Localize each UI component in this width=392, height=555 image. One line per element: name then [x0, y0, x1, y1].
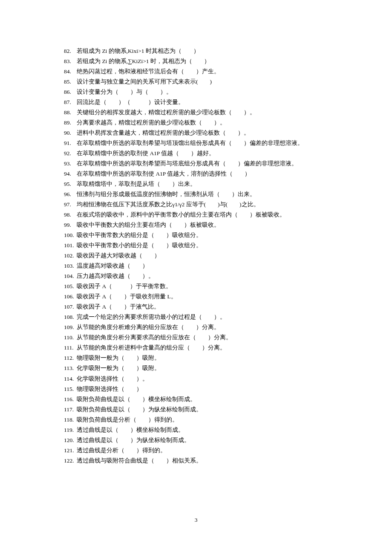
question-text: 回流比是（ ）（ ）设计变量。 — [77, 99, 184, 105]
question-text: 化学吸附选择性（ ）。 — [77, 376, 148, 382]
question-item: 118.吸附负荷曲线是分析（ ）得到的。 — [64, 415, 341, 425]
question-number: 90. — [64, 128, 77, 138]
question-number: 112. — [64, 353, 77, 363]
question-item: 96.恒沸剂与组分形成最低温度的恒沸物时，恒沸剂从塔（ ）出来。 — [64, 189, 341, 199]
question-item: 102.吸收因子越大对吸收越（ ） — [64, 251, 341, 261]
question-text: 萃取精馏塔中，萃取剂是从塔（ ）出来。 — [77, 181, 196, 187]
question-number: 85. — [64, 77, 77, 87]
question-item: 100.吸收中平衡常数大的组分是（ ）吸收组分。 — [64, 230, 341, 240]
question-text: 吸附负荷曲线是分析（ ）得到的。 — [77, 416, 178, 423]
question-item: 108.完成一个给定的分离要求所需功最小的过程是（ ）。 — [64, 312, 341, 322]
question-text: 在萃取精馏中所选的萃取剂希望而与塔底组分形成具有（ ）偏差的非理想溶液。 — [77, 160, 297, 167]
question-item: 92.在萃取精馏中所选的取剂使 A1P 值越（ ）越好。 — [64, 148, 341, 159]
question-text: 均相恒沸物在低压下其活度系数之比γ1/γ2 应等于( )与( )之比。 — [77, 201, 259, 208]
question-item: 91.在萃取精馏中所选的萃取剂希望与塔顶馏出组份形成具有（ ）偏差的非理想溶液。 — [64, 138, 341, 148]
question-text: 关键组分的相挥发度越大，精馏过程所需的最少理论板数（ ）。 — [77, 109, 256, 116]
question-item: 89.分离要求越高，精馏过程所需的最少理论板数（ ）。 — [64, 118, 341, 128]
question-item: 109.从节能的角度分析难分离的组分应放在（ ）分离。 — [64, 322, 341, 332]
question-number: 110. — [64, 332, 77, 343]
question-text: 在萃取精馏中所选的萃取剂希望与塔顶馏出组份形成具有（ ）偏差的非理想溶液。 — [77, 140, 303, 146]
question-number: 97. — [64, 199, 77, 210]
question-item: 87.回流比是（ ）（ ）设计变量。 — [64, 97, 341, 107]
question-item: 94.在萃取精馏中所选的萃取剂使 A1P 值越大，溶剂的选择性（ ） — [64, 169, 341, 179]
question-number: 101. — [64, 240, 77, 251]
question-number: 89. — [64, 118, 77, 128]
question-number: 92. — [64, 148, 77, 159]
question-item: 110.从节能的角度分析分离要求高的组分应放在（ ）分离。 — [64, 332, 341, 343]
question-number: 116. — [64, 394, 77, 405]
question-text: 温度越高对吸收越（ ） — [77, 263, 148, 269]
question-text: 化学吸附一般为（ ）吸附。 — [77, 365, 160, 371]
question-number: 117. — [64, 405, 77, 415]
question-number: 119. — [64, 425, 77, 435]
question-number: 111. — [64, 343, 77, 353]
question-item: 119.透过曲线是以（ ）横坐标绘制而成。 — [64, 425, 341, 435]
question-item: 98.在板式塔的吸收中，原料中的平衡常数小的组分主要在塔内（ ）板被吸收。 — [64, 210, 341, 220]
question-text: 进料中易挥发含量越大，精馏过程所需的最少理论板数（ ）。 — [77, 130, 250, 136]
question-number: 114. — [64, 374, 77, 384]
question-list: 82.若组成为 Zi 的物系,Kixi>1 时其相态为（ ）83.若组成为 Zi… — [64, 46, 341, 466]
question-number: 95. — [64, 179, 77, 189]
question-text: 绝热闪蒸过程，饱和液相经节流后会有（ ）产生。 — [77, 68, 220, 75]
question-number: 99. — [64, 220, 77, 230]
question-text: 透过曲线是以（ ）横坐标绘制而成。 — [77, 427, 184, 433]
question-text: 设计变量分为（ ）与（ ）。 — [77, 89, 172, 95]
question-text: 在萃取精馏中所选的取剂使 A1P 值越（ ）越好。 — [77, 150, 215, 156]
question-item: 114.化学吸附选择性（ ）。 — [64, 374, 341, 384]
question-text: 吸收中平衡常数小的组分是（ ）吸收组分。 — [77, 242, 202, 249]
question-number: 83. — [64, 56, 77, 66]
question-text: 设计变量与独立量之间的关系可用下式来表示( ) — [77, 78, 212, 85]
question-number: 113. — [64, 363, 77, 373]
question-text: 若组成为 Zi 的物系,Kixi>1 时其相态为（ ） — [77, 48, 199, 54]
question-item: 112.物理吸附一般为（ ）吸附。 — [64, 353, 341, 363]
question-number: 98. — [64, 210, 77, 220]
question-number: 86. — [64, 87, 77, 97]
question-item: 82.若组成为 Zi 的物系,Kixi>1 时其相态为（ ） — [64, 46, 341, 56]
question-text: 物理吸附一般为（ ）吸附。 — [77, 355, 160, 361]
question-number: 115. — [64, 384, 77, 394]
question-text: 吸收因子 A（ ）于液气比。 — [77, 304, 160, 310]
question-text: 吸附负荷曲线是以（ ）为纵坐标绘制而成。 — [77, 406, 202, 413]
question-number: 88. — [64, 107, 77, 118]
question-text: 分离要求越高，精馏过程所需的最少理论板数（ ）。 — [77, 119, 226, 126]
question-text: 从节能的角度分析分离要求高的组分应放在（ ）分离。 — [77, 334, 232, 341]
question-number: 82. — [64, 46, 77, 56]
question-number: 118. — [64, 415, 77, 425]
question-number: 121. — [64, 445, 77, 456]
question-number: 103. — [64, 261, 77, 271]
question-item: 85.设计变量与独立量之间的关系可用下式来表示( ) — [64, 77, 341, 87]
question-item: 121.透过曲线是分析（ ）得到的。 — [64, 445, 341, 456]
question-number: 93. — [64, 159, 77, 169]
question-number: 100. — [64, 230, 77, 240]
question-number: 84. — [64, 66, 77, 77]
question-item: 84.绝热闪蒸过程，饱和液相经节流后会有（ ）产生。 — [64, 66, 341, 77]
page-number: 3 — [0, 515, 392, 525]
question-text: 在板式塔的吸收中，原料中的平衡常数小的组分主要在塔内（ ）板被吸收。 — [77, 211, 285, 218]
question-item: 103.温度越高对吸收越（ ） — [64, 261, 341, 271]
question-text: 透过曲线与吸附符合曲线是（ ）相似关系。 — [77, 457, 202, 464]
question-item: 95.萃取精馏塔中，萃取剂是从塔（ ）出来。 — [64, 179, 341, 189]
question-number: 96. — [64, 189, 77, 199]
question-text: 完成一个给定的分离要求所需功最小的过程是（ ）。 — [77, 314, 226, 320]
question-item: 90.进料中易挥发含量越大，精馏过程所需的最少理论板数（ ）。 — [64, 128, 341, 138]
question-text: 从节能的角度分析难分离的组分应放在（ ）分离。 — [77, 324, 220, 330]
question-number: 104. — [64, 271, 77, 281]
question-number: 106. — [64, 292, 77, 302]
question-item: 93.在萃取精馏中所选的萃取剂希望而与塔底组分形成具有（ ）偏差的非理想溶液。 — [64, 159, 341, 169]
question-text: 吸附负荷曲线是以（ ）横坐标绘制而成。 — [77, 396, 196, 402]
question-text: 透过曲线是分析（ ）得到的。 — [77, 447, 166, 454]
question-number: 102. — [64, 251, 77, 261]
question-item: 122.透过曲线与吸附符合曲线是（ ）相似关系。 — [64, 456, 341, 466]
question-text: 透过曲线是以（ ）为纵坐标绘制而成。 — [77, 437, 190, 443]
question-number: 120. — [64, 435, 77, 445]
question-item: 97.均相恒沸物在低压下其活度系数之比γ1/γ2 应等于( )与( )之比。 — [64, 199, 341, 210]
question-number: 108. — [64, 312, 77, 322]
question-item: 105.吸收因子 A（ ）于平衡常数。 — [64, 281, 341, 292]
question-item: 88.关键组分的相挥发度越大，精馏过程所需的最少理论板数（ ）。 — [64, 107, 341, 118]
question-item: 111.从节能的角度分析进料中含量高的组分应（ ）分离。 — [64, 343, 341, 353]
question-number: 109. — [64, 322, 77, 332]
question-text: 若组成为 Zi 的物系,∑KiZi>1 时，其相态为（ ） — [77, 58, 210, 64]
question-text: 吸收因子 A（ ）于吸收剂用量 L。 — [77, 293, 177, 300]
question-item: 116.吸附负荷曲线是以（ ）横坐标绘制而成。 — [64, 394, 341, 405]
question-item: 101.吸收中平衡常数小的组分是（ ）吸收组分。 — [64, 240, 341, 251]
